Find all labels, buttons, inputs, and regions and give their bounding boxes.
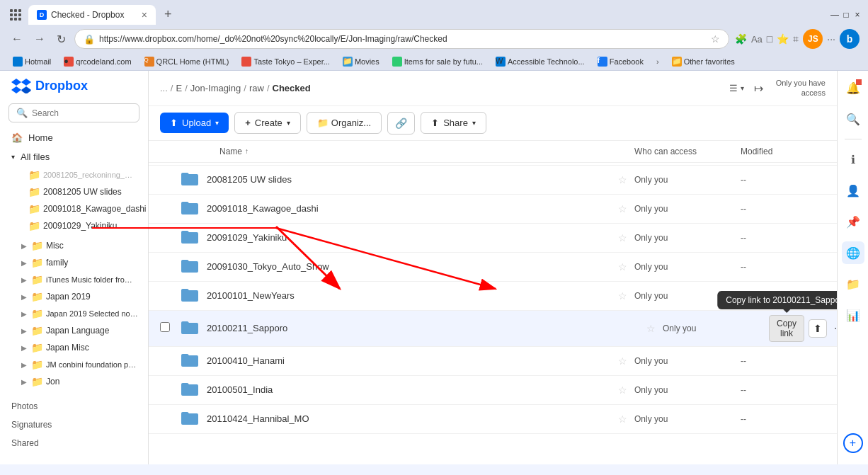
bookmark-items-sale[interactable]: Items for sale by futu...: [388, 55, 487, 68]
breadcrumb-raw[interactable]: raw: [249, 83, 264, 93]
bookmark-movies[interactable]: 📁 Movies: [338, 55, 384, 68]
rp-globe-icon[interactable]: 🌐: [842, 241, 864, 264]
settings-icon[interactable]: ···: [827, 33, 835, 45]
star-5[interactable]: ☆: [646, 323, 656, 334]
create-button[interactable]: + Create ▾: [234, 112, 301, 134]
bookmark-qrcl-home[interactable]: Q QRCL Home (HTML): [140, 55, 234, 68]
tree-item-japan2019[interactable]: ▶ 📁 Japan 2019: [0, 288, 148, 305]
file-name-8[interactable]: 20110424_Hannibal_MO: [207, 413, 618, 424]
minimize-button[interactable]: —: [830, 10, 840, 20]
forward-button[interactable]: →: [31, 30, 48, 48]
file-name-6[interactable]: 20100410_Hanami: [207, 355, 618, 366]
file-name-1[interactable]: 20091018_Kawagoe_dashi: [207, 203, 618, 214]
rp-add-button[interactable]: +: [843, 433, 863, 453]
more-options-button[interactable]: ···: [831, 321, 837, 336]
rp-search-icon[interactable]: 🔍: [842, 108, 864, 130]
search-box[interactable]: 🔍: [8, 103, 139, 122]
tree-item-japan-misc[interactable]: ▶ 📁 Japan Misc: [0, 339, 148, 356]
url-input[interactable]: 🔒 https://www.dropbox.com/home/_do%20not…: [74, 29, 729, 49]
organize-button[interactable]: 📁 Organiz...: [307, 112, 382, 134]
star-icon[interactable]: ☆: [711, 33, 720, 45]
file-name-4[interactable]: 20100101_NewYears: [207, 290, 618, 301]
bookmark-qrcodeland[interactable]: ● qrcodeland.com: [59, 55, 135, 68]
bookmark-taste-tokyo[interactable]: Taste Tokyo – Exper...: [237, 55, 333, 68]
search-input[interactable]: [32, 108, 138, 118]
file-row-8: 20110424_Hannibal_MO ☆ Only you --: [149, 405, 837, 434]
bookmark-other-favorites[interactable]: 📁 Other favorites: [668, 55, 739, 68]
tree-item-japan-language[interactable]: ▶ 📁 Japan Language: [0, 322, 148, 339]
share-row-button[interactable]: ⬆: [809, 319, 827, 338]
star-8[interactable]: ☆: [618, 413, 627, 425]
star-3[interactable]: ☆: [618, 261, 627, 273]
breadcrumb-dots[interactable]: ...: [160, 83, 168, 93]
tree-item-misc[interactable]: ▶ 📁 Misc: [0, 237, 148, 254]
star-1[interactable]: ☆: [618, 203, 627, 214]
rp-pin-icon[interactable]: 📌: [842, 210, 864, 233]
star-6[interactable]: ☆: [618, 355, 627, 367]
sidebar-section-photos[interactable]: Photos: [0, 396, 148, 414]
file-name-5[interactable]: 20100211_Sapporo: [207, 323, 646, 333]
bing-icon[interactable]: b: [840, 29, 860, 49]
file-name-0[interactable]: 20081205 UW slides: [207, 174, 618, 185]
tree-item-jon[interactable]: ▶ 📁 Jon: [0, 373, 148, 390]
back-button[interactable]: ←: [8, 30, 25, 48]
file-name-2[interactable]: 20091029_Yakiniku: [207, 232, 618, 243]
checkbox-input-5[interactable]: [160, 322, 170, 332]
screenshot-icon[interactable]: ⌗: [793, 33, 799, 45]
tree-item-2[interactable]: 📁 20091018_Kawagoe_dashi: [0, 200, 148, 217]
favorites-icon[interactable]: ⭐: [777, 33, 789, 45]
breadcrumb-jon-imaging[interactable]: Jon-Imaging: [190, 83, 241, 93]
window-controls: — □ ×: [830, 10, 862, 20]
star-0[interactable]: ☆: [618, 174, 627, 185]
rp-bell-icon[interactable]: 🔔: [842, 76, 864, 99]
rp-folder-icon[interactable]: 📁: [842, 273, 864, 295]
sidebar-item-home[interactable]: 🏠 Home: [0, 128, 148, 147]
column-name[interactable]: Name ↑: [219, 147, 634, 156]
tree-item-3[interactable]: 📁 20091029_Yakiniku: [0, 217, 148, 234]
sidebar-section-shared[interactable]: Shared: [0, 433, 148, 451]
tree-item-itunes[interactable]: ▶ 📁 iTunes Music folder from HP desktop: [0, 271, 148, 288]
tree-item-japan2019sel[interactable]: ▶ 📁 Japan 2019 Selected not Edited: [0, 305, 148, 322]
qrcodeland-favicon: ●: [64, 57, 74, 67]
collapse-panel-button[interactable]: ↦: [754, 81, 763, 95]
user-profile-icon[interactable]: JS: [803, 29, 823, 49]
window-close-button[interactable]: ×: [852, 10, 862, 20]
star-4[interactable]: ☆: [618, 290, 627, 302]
rp-info-icon[interactable]: ℹ: [842, 148, 864, 171]
upload-icon: ⬆: [170, 118, 178, 128]
view-toggle[interactable]: ☰ ▾: [729, 83, 744, 93]
new-tab-button[interactable]: +: [159, 4, 178, 25]
bookmark-accessible[interactable]: W Accessible Technolo...: [491, 55, 589, 68]
sidebar-item-all-files[interactable]: ▾ All files: [0, 147, 148, 166]
tree-item-0[interactable]: 📁 20081205_reckoninng_mikoshi...: [0, 166, 148, 183]
bookmark-facebook[interactable]: f Facebook: [593, 55, 648, 68]
rp-people-icon[interactable]: 👤: [842, 179, 864, 202]
star-7[interactable]: ☆: [618, 384, 627, 396]
dropbox-logo[interactable]: Dropbox: [11, 78, 88, 93]
tree-item-jm-conbini[interactable]: ▶ 📁 JM conbini foundation project: [0, 356, 148, 373]
link-button[interactable]: 🔗: [387, 112, 415, 135]
breadcrumb-e[interactable]: E: [176, 83, 182, 93]
tree-item-family[interactable]: ▶ 📁 family: [0, 254, 148, 271]
maximize-button[interactable]: □: [841, 10, 851, 20]
refresh-button[interactable]: ↻: [54, 30, 69, 49]
star-2[interactable]: ☆: [618, 232, 627, 244]
copy-link-button[interactable]: Copy link: [769, 315, 804, 342]
bookmarks-more[interactable]: ›: [652, 56, 663, 67]
bookmark-hotmail[interactable]: Hotmail: [8, 55, 55, 68]
qrcl-favicon: Q: [144, 57, 154, 67]
share-button[interactable]: ⬆ Share ▾: [421, 112, 486, 134]
read-mode-icon[interactable]: Aa: [751, 34, 763, 45]
sidebar-section-signatures[interactable]: Signatures: [0, 414, 148, 433]
upload-button[interactable]: ⬆ Upload ▾: [160, 113, 229, 133]
rp-chart-icon[interactable]: 📊: [842, 304, 864, 326]
tree-item-1[interactable]: 📁 20081205 UW slides: [0, 183, 148, 200]
checkbox-5[interactable]: [160, 322, 174, 334]
file-name-7[interactable]: 20100501_India: [207, 384, 618, 395]
extensions-icon[interactable]: 🧩: [735, 33, 747, 45]
collections-icon[interactable]: □: [767, 33, 772, 45]
tab-close-btn[interactable]: ×: [142, 9, 147, 21]
file-name-3[interactable]: 20091030_Tokyo_Auto_Show: [207, 261, 618, 272]
apps-grid[interactable]: [6, 5, 25, 25]
active-tab[interactable]: D Checked - Dropbox ×: [28, 5, 156, 25]
